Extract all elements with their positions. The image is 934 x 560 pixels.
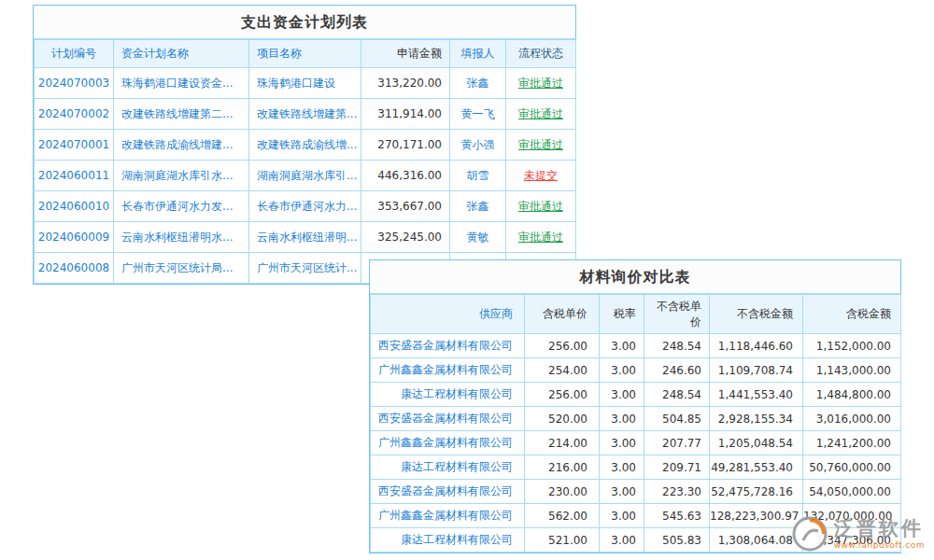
plan-table-card: 支出资金计划列表 计划编号资金计划名称项目名称申请金额填报人流程状态 20240… [33, 5, 576, 285]
quote-row: 西安盛器金属材料有限公司520.003.00504.852,928,155.34… [371, 407, 901, 431]
plan-cell-name[interactable]: 改建铁路成渝线增建... [114, 130, 249, 161]
plan-cell-no[interactable]: 2024060009 [35, 222, 114, 253]
quote-cell-supplier[interactable]: 康达工程材料有限公司 [371, 455, 525, 480]
plan-cell-person: 黄一飞 [450, 99, 506, 130]
quote-cell-supplier[interactable]: 西安盛器金属材料有限公司 [371, 407, 525, 431]
plan-cell-project[interactable]: 长春市伊通河水力... [249, 191, 361, 222]
plan-cell-status[interactable]: 审批通过 [506, 68, 576, 99]
quote-cell-net_price: 248.54 [644, 383, 710, 407]
quote-cell-rate: 3.00 [600, 383, 644, 407]
plan-cell-status[interactable]: 审批通过 [506, 191, 576, 222]
watermark: 泛普软件 www.fanpusoft.com [791, 515, 925, 553]
quote-cell-net_price: 505.83 [644, 528, 710, 553]
quote-cell-rate: 3.00 [600, 358, 644, 383]
plan-col-project: 项目名称 [249, 40, 361, 68]
quote-col-price: 含税单价 [525, 295, 600, 334]
plan-table-header-row: 计划编号资金计划名称项目名称申请金额填报人流程状态 [35, 40, 576, 68]
quote-cell-amount: 50,760,000.00 [803, 455, 901, 480]
plan-cell-status[interactable]: 审批通过 [506, 222, 576, 253]
quote-cell-amount: 3,016,000.00 [803, 407, 901, 431]
plan-cell-status[interactable]: 未提交 [506, 161, 576, 191]
plan-cell-name[interactable]: 改建铁路线增建第二... [114, 99, 249, 130]
plan-cell-no[interactable]: 2024070002 [35, 99, 114, 130]
plan-cell-person: 胡雪 [450, 161, 506, 191]
quote-cell-net_price: 209.71 [644, 455, 710, 480]
quote-cell-supplier[interactable]: 康达工程材料有限公司 [371, 383, 525, 407]
plan-row: 2024070002改建铁路线增建第二...改建铁路线增建第...311,914… [35, 99, 576, 130]
plan-cell-project[interactable]: 云南水利枢纽潜明... [249, 222, 361, 253]
plan-cell-project[interactable]: 改建铁路线增建第... [249, 99, 361, 130]
quote-cell-rate: 3.00 [600, 504, 644, 528]
quote-cell-price: 214.00 [525, 431, 600, 455]
plan-cell-name[interactable]: 云南水利枢纽潜明水... [114, 222, 249, 253]
plan-cell-no[interactable]: 2024070001 [35, 130, 114, 161]
quote-cell-amount: 1,241,200.00 [803, 431, 901, 455]
plan-table-title: 支出资金计划列表 [34, 6, 575, 39]
quote-cell-net_amount: 1,308,064.08 [710, 528, 803, 553]
quote-cell-net_amount: 2,928,155.34 [710, 407, 803, 431]
quote-cell-price: 256.00 [525, 334, 600, 358]
quote-col-rate: 税率 [600, 295, 644, 334]
plan-cell-name[interactable]: 珠海鹤港口建设资金... [114, 68, 249, 99]
quote-cell-net_price: 504.85 [644, 407, 710, 431]
plan-cell-project[interactable]: 湖南洞庭湖水库引... [249, 161, 361, 191]
plan-row: 2024070001改建铁路成渝线增建...改建铁路成渝线增...270,171… [35, 130, 576, 161]
quote-cell-net_amount: 52,475,728.16 [710, 480, 803, 504]
quote-cell-net_amount: 1,118,446.60 [710, 334, 803, 358]
quote-col-net_price: 不含税单价 [644, 295, 710, 334]
plan-cell-project[interactable]: 珠海鹤港口建设 [249, 68, 361, 99]
quote-cell-net_price: 246.60 [644, 358, 710, 383]
watermark-text: 泛普软件 www.fanpusoft.com [834, 518, 925, 551]
quote-cell-net_amount: 1,109,708.74 [710, 358, 803, 383]
quote-cell-net_price: 207.77 [644, 431, 710, 455]
plan-cell-name[interactable]: 湖南洞庭湖水库引水... [114, 161, 249, 191]
quote-cell-rate: 3.00 [600, 407, 644, 431]
quote-cell-amount: 54,050,000.00 [803, 480, 901, 504]
quote-cell-rate: 3.00 [600, 431, 644, 455]
quote-cell-supplier[interactable]: 广州鑫鑫金属材料有限公司 [371, 358, 525, 383]
quote-cell-supplier[interactable]: 广州鑫鑫金属材料有限公司 [371, 431, 525, 455]
plan-cell-status[interactable]: 审批通过 [506, 99, 576, 130]
plan-cell-no[interactable]: 2024060008 [35, 253, 114, 284]
quote-cell-net_amount: 1,441,553.40 [710, 383, 803, 407]
quote-row: 西安盛器金属材料有限公司230.003.00223.3052,475,728.1… [371, 480, 901, 504]
quote-cell-amount: 1,484,800.00 [803, 383, 901, 407]
quote-cell-rate: 3.00 [600, 334, 644, 358]
quote-cell-net_amount: 128,223,300.97 [710, 504, 803, 528]
quote-cell-price: 216.00 [525, 455, 600, 480]
quote-row: 广州鑫鑫金属材料有限公司254.003.00246.601,109,708.74… [371, 358, 901, 383]
quote-cell-price: 256.00 [525, 383, 600, 407]
plan-cell-no[interactable]: 2024070003 [35, 68, 114, 99]
quote-cell-supplier[interactable]: 康达工程材料有限公司 [371, 528, 525, 553]
plan-cell-name[interactable]: 广州市天河区统计局... [114, 253, 249, 284]
plan-cell-project[interactable]: 广州市天河区统计... [249, 253, 361, 284]
quote-row: 康达工程材料有限公司216.003.00209.7149,281,553.405… [371, 455, 901, 480]
plan-cell-project[interactable]: 改建铁路成渝线增... [249, 130, 361, 161]
plan-cell-status[interactable]: 审批通过 [506, 130, 576, 161]
quote-col-supplier: 供应商 [371, 295, 525, 334]
quote-cell-net_price: 248.54 [644, 334, 710, 358]
plan-cell-no[interactable]: 2024060010 [35, 191, 114, 222]
quote-cell-supplier[interactable]: 广州鑫鑫金属材料有限公司 [371, 504, 525, 528]
quote-cell-net_amount: 49,281,553.40 [710, 455, 803, 480]
quote-cell-rate: 3.00 [600, 480, 644, 504]
quote-cell-price: 520.00 [525, 407, 600, 431]
plan-cell-amount: 353,667.00 [361, 191, 450, 222]
plan-cell-amount: 446,316.00 [361, 161, 450, 191]
plan-cell-name[interactable]: 长春市伊通河水力发... [114, 191, 249, 222]
quote-cell-supplier[interactable]: 西安盛器金属材料有限公司 [371, 334, 525, 358]
plan-row: 2024060009云南水利枢纽潜明水...云南水利枢纽潜明...325,245… [35, 222, 576, 253]
quote-cell-supplier[interactable]: 西安盛器金属材料有限公司 [371, 480, 525, 504]
plan-col-name: 资金计划名称 [114, 40, 249, 68]
quote-cell-price: 230.00 [525, 480, 600, 504]
quote-cell-rate: 3.00 [600, 455, 644, 480]
plan-cell-amount: 313,220.00 [361, 68, 450, 99]
plan-cell-no[interactable]: 2024060011 [35, 161, 114, 191]
plan-col-person: 填报人 [450, 40, 506, 68]
quote-table-card: 材料询价对比表 供应商含税单价税率不含税单价不含税金额含税金额 西安盛器金属材料… [369, 259, 901, 553]
quote-col-net_amount: 不含税金额 [710, 295, 803, 334]
plan-row: 2024070003珠海鹤港口建设资金...珠海鹤港口建设313,220.00张… [35, 68, 576, 99]
quote-cell-price: 254.00 [525, 358, 600, 383]
plan-table: 计划编号资金计划名称项目名称申请金额填报人流程状态 2024070003珠海鹤港… [34, 39, 576, 284]
watermark-url: www.fanpusoft.com [834, 541, 925, 551]
